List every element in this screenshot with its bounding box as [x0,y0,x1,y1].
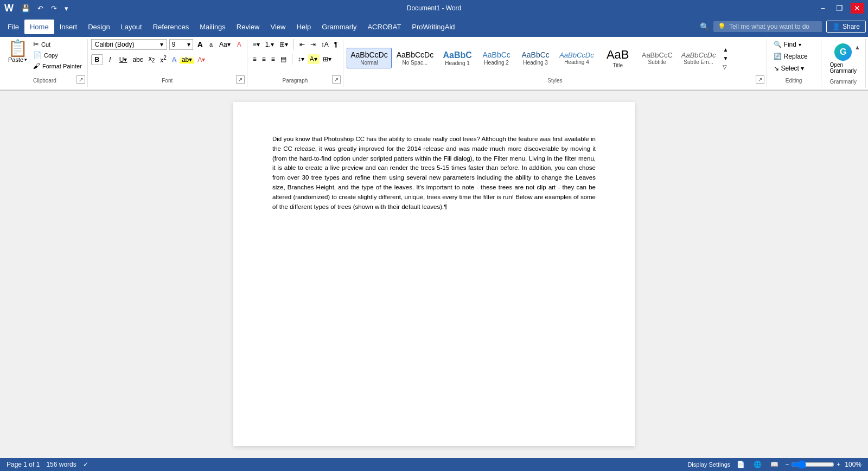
select-button[interactable]: ↘ Select ▾ [770,63,808,74]
clipboard-expander[interactable]: ↗ [76,75,85,84]
web-layout-view-button[interactable]: 🌐 [751,460,764,469]
menu-file[interactable]: File [2,20,24,34]
text-effects-button[interactable]: A [170,55,178,65]
increase-indent-button[interactable]: ⇥ [308,40,318,49]
menu-references[interactable]: References [148,20,194,34]
font-color-button[interactable]: A▾ [195,55,207,65]
strikethrough-button[interactable]: abc [130,55,145,65]
style-subtle-emphasis[interactable]: AaBbCcDc Subtle Em... [678,48,720,68]
borders-button[interactable]: ⊞▾ [321,54,334,64]
menu-mailings[interactable]: Mailings [194,20,231,34]
page-content[interactable]: Did you know that Photoshop CC has the a… [272,135,596,212]
display-settings-button[interactable]: Display Settings [687,461,730,468]
numbering-button[interactable]: 1.▾ [263,40,276,49]
decrease-font-button[interactable]: a [207,40,215,49]
menu-prowritingaid[interactable]: ProWritingAid [406,20,460,34]
restore-button[interactable]: ❐ [833,3,846,14]
text-highlight-button[interactable]: ab▾ [180,56,194,63]
bold-button[interactable]: B [91,54,103,65]
styles-group-label: Styles [343,78,766,84]
justify-button[interactable]: ▤ [278,54,289,64]
editing-group: 🔍 Find ▾ 🔄 Replace ↘ Select ▾ Editing [767,39,821,87]
line-spacing-button[interactable]: ↕▾ [296,54,307,64]
subscript-button[interactable]: x2 [146,54,157,65]
clear-formatting-button[interactable]: A [235,40,244,49]
save-button[interactable]: 💾 [19,3,32,14]
increase-font-button[interactable]: A [195,39,205,50]
find-dropdown-arrow[interactable]: ▾ [799,42,801,48]
zoom-level[interactable]: 100% [845,461,861,468]
menu-help[interactable]: Help [291,20,316,34]
menu-acrobat[interactable]: ACROBAT [362,20,406,34]
document-text[interactable]: Did you know that Photoshop CC has the a… [272,135,596,212]
undo-button[interactable]: ↶ [35,3,46,14]
grammarly-icon: G [834,43,852,61]
decrease-indent-button[interactable]: ⇤ [297,40,307,49]
change-case-button[interactable]: Aa▾ [217,40,233,49]
style-heading4-label: Heading 4 [564,59,589,65]
zoom-in-icon[interactable]: + [837,461,840,468]
menu-design[interactable]: Design [82,20,115,34]
superscript-button[interactable]: x2 [158,54,169,65]
menu-review[interactable]: Review [231,20,265,34]
document-page[interactable]: Did you know that Photoshop CC has the a… [233,102,635,446]
window-controls: − ❐ ✕ [818,3,864,14]
menu-view[interactable]: View [265,20,291,34]
style-heading3[interactable]: AaBbCc Heading 3 [516,48,554,68]
align-center-button[interactable]: ≡ [260,54,268,64]
paste-dropdown-arrow[interactable]: ▾ [24,57,27,62]
shading-button[interactable]: A▾ [308,54,320,64]
style-no-spacing[interactable]: AaBbCcDc No Spac... [393,48,437,68]
style-heading2[interactable]: AaBbCc Heading 2 [477,48,515,68]
ribbon-collapse-button[interactable]: ▲ [851,37,864,58]
paste-button[interactable]: 📋 Paste ▾ [5,39,30,64]
cut-button[interactable]: ✂ Cut [31,39,84,49]
styles-scroll-up[interactable]: ▲ [722,46,729,54]
styles-scroll-down[interactable]: ▼ [722,54,729,62]
styles-more[interactable]: ▽ [722,63,729,71]
font-expander[interactable]: ↗ [236,75,245,84]
share-button[interactable]: 👤 Share [826,21,866,33]
style-heading1[interactable]: AaBbC Heading 1 [438,47,476,69]
font-size-select[interactable]: 9 ▾ [169,39,193,50]
close-button[interactable]: ✕ [851,3,864,14]
copy-button[interactable]: 📄 Copy [31,50,84,60]
align-left-button[interactable]: ≡ [251,54,259,64]
tell-me-input[interactable] [729,23,810,30]
format-painter-button[interactable]: 🖌 Format Painter [31,61,84,71]
menu-grammarly[interactable]: Grammarly [316,20,362,34]
zoom-range-input[interactable] [791,460,834,469]
style-title-label: Title [612,62,623,68]
tell-me-search[interactable]: 💡 [713,21,822,32]
underline-button[interactable]: U▾ [117,55,130,65]
multilevel-list-button[interactable]: ⊞▾ [277,40,290,49]
style-subtle-emphasis-label: Subtle Em... [684,59,713,65]
style-subtitle[interactable]: AaBbCcC Subtitle [638,48,676,68]
style-normal[interactable]: AaBbCcDc Normal [347,48,391,68]
styles-expander[interactable]: ↗ [756,75,764,84]
minimize-button[interactable]: − [818,3,828,14]
menu-home[interactable]: Home [24,20,54,34]
redo-button[interactable]: ↷ [49,3,59,14]
qat-dropdown-button[interactable]: ▾ [62,3,71,14]
style-title[interactable]: AaB Title [599,45,637,71]
font-name-select[interactable]: Calibri (Body) ▾ [91,39,167,50]
sort-button[interactable]: ↕A [319,40,331,49]
style-no-spacing-preview: AaBbCcDc [397,50,433,60]
menu-insert[interactable]: Insert [54,20,83,34]
read-mode-button[interactable]: 📖 [768,460,781,469]
show-formatting-button[interactable]: ¶ [332,40,340,49]
zoom-slider[interactable]: − + [785,460,840,469]
zoom-out-icon[interactable]: − [785,461,789,468]
bullets-button[interactable]: ≡▾ [251,40,262,49]
paragraph-expander[interactable]: ↗ [332,75,341,84]
style-heading4[interactable]: AaBbCcDc Heading 4 [556,48,598,68]
divider2 [292,54,292,65]
replace-button[interactable]: 🔄 Replace [770,51,811,62]
print-layout-view-button[interactable]: 📄 [735,460,747,469]
align-right-button[interactable]: ≡ [269,54,277,64]
menu-layout[interactable]: Layout [116,20,148,34]
italic-button[interactable]: I [104,55,116,65]
style-subtitle-preview: AaBbCcC [642,51,673,60]
find-button[interactable]: 🔍 Find ▾ [770,39,805,50]
